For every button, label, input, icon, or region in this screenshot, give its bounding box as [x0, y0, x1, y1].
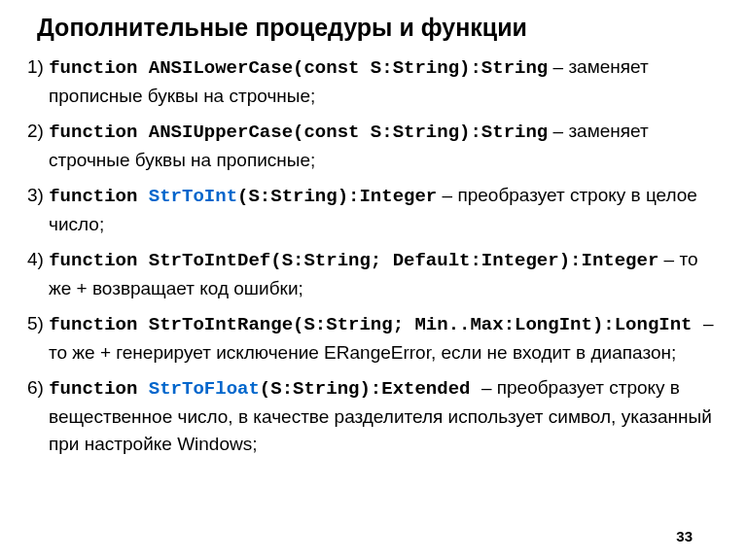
code-signature: function StrToIntDef(S:String; Default:I… — [49, 250, 658, 271]
list-item: 4) function StrToIntDef(S:String; Defaul… — [27, 246, 720, 302]
code-prefix: function — [49, 186, 149, 207]
code-keyword: StrToInt — [149, 186, 237, 207]
list-item: 3) function StrToInt(S:String):Integer –… — [27, 182, 720, 238]
item-number: 5) — [27, 313, 49, 333]
slide-title: Дополнительные процедуры и функции — [37, 14, 720, 42]
code-keyword: StrToFloat — [149, 378, 260, 400]
item-number: 2) — [27, 121, 49, 141]
item-number: 6) — [27, 377, 49, 398]
code-prefix: function — [49, 378, 149, 400]
item-number: 1) — [27, 56, 49, 77]
list-item: 6) function StrToFloat(S:String):Extende… — [27, 374, 720, 459]
code-signature: function ANSILowerCase(const S:String):S… — [49, 57, 548, 79]
page-number: 33 — [676, 528, 693, 544]
item-number: 3) — [27, 185, 49, 205]
slide: Дополнительные процедуры и функции 1) fu… — [0, 0, 747, 560]
list-item: 5) function StrToIntRange(S:String; Min.… — [27, 310, 720, 367]
item-number: 4) — [27, 249, 49, 269]
code-suffix: (S:String):Extended — [260, 378, 481, 400]
list-item: 1) function ANSILowerCase(const S:String… — [27, 53, 720, 110]
code-suffix: (S:String):Integer — [237, 186, 437, 207]
list-item: 2) function ANSIUpperCase(const S:String… — [27, 118, 720, 174]
code-signature: function StrToIntRange(S:String; Min..Ma… — [49, 314, 703, 335]
code-signature: function ANSIUpperCase(const S:String):S… — [49, 122, 548, 143]
